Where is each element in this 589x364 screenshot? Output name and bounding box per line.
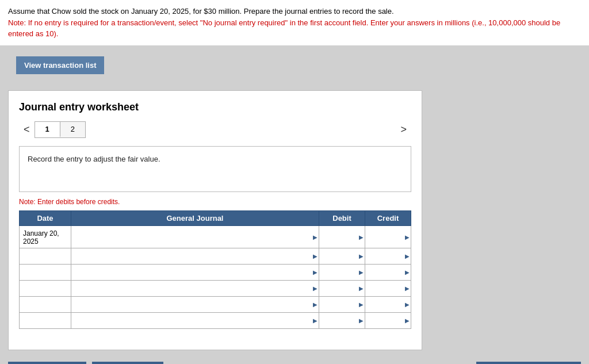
- header-credit: Credit: [365, 210, 411, 225]
- journal-cell-1[interactable]: ▶: [71, 248, 319, 264]
- date-cell-0: January 20, 2025: [20, 225, 71, 248]
- credit-cell-3[interactable]: ▶: [365, 280, 411, 296]
- credit-cell-1[interactable]: ▶: [365, 248, 411, 264]
- date-cell-4: [20, 296, 71, 312]
- date-cell-5: [20, 312, 71, 328]
- journal-input-3[interactable]: [75, 285, 315, 293]
- instructions-main-text: Assume that Chow sold the stock on Janua…: [8, 7, 394, 16]
- journal-cell-2[interactable]: ▶: [71, 264, 319, 280]
- credit-input-0[interactable]: [369, 233, 407, 241]
- view-general-journal-button[interactable]: View general journal: [476, 362, 581, 365]
- credit-input-3[interactable]: [369, 285, 407, 293]
- journal-cell-0[interactable]: ▶: [71, 225, 319, 248]
- journal-cell-4[interactable]: ▶: [71, 296, 319, 312]
- table-header-row: Date General Journal Debit Credit: [20, 210, 411, 225]
- debit-input-3[interactable]: [323, 285, 361, 293]
- debit-input-5[interactable]: [323, 317, 361, 325]
- table-row: ▶▶▶: [20, 296, 411, 312]
- journal-table: Date General Journal Debit Credit Januar…: [19, 210, 411, 329]
- credit-cell-2[interactable]: ▶: [365, 264, 411, 280]
- next-tab-arrow[interactable]: >: [396, 122, 411, 137]
- debit-cell-0[interactable]: ▶: [319, 225, 365, 248]
- journal-input-1[interactable]: [75, 252, 315, 260]
- date-cell-3: [20, 280, 71, 296]
- credit-input-1[interactable]: [369, 252, 407, 260]
- credit-cell-0[interactable]: ▶: [365, 225, 411, 248]
- credit-input-5[interactable]: [369, 317, 407, 325]
- debit-input-2[interactable]: [323, 269, 361, 277]
- bottom-buttons-area: Record entry Clear entry View general jo…: [0, 356, 589, 365]
- journal-input-0[interactable]: [75, 233, 315, 241]
- header-debit: Debit: [319, 210, 365, 225]
- journal-input-4[interactable]: [75, 301, 315, 309]
- debit-cell-5[interactable]: ▶: [319, 312, 365, 328]
- debit-cell-4[interactable]: ▶: [319, 296, 365, 312]
- instructions-area: Assume that Chow sold the stock on Janua…: [0, 0, 589, 46]
- tab-1[interactable]: 1: [35, 122, 60, 137]
- record-entry-button[interactable]: Record entry: [8, 362, 86, 365]
- tab-list: 1 2: [35, 121, 86, 138]
- journal-input-2[interactable]: [75, 269, 315, 277]
- credit-input-4[interactable]: [369, 301, 407, 309]
- date-cell-1: [20, 248, 71, 264]
- tab-navigation: < 1 2 >: [19, 121, 411, 138]
- view-transaction-button[interactable]: View transaction list: [16, 56, 104, 74]
- table-row: ▶▶▶: [20, 312, 411, 328]
- date-cell-2: [20, 264, 71, 280]
- table-row: January 20, 2025▶▶▶: [20, 225, 411, 248]
- entry-description: Record the entry to adjust the fair valu…: [19, 146, 411, 192]
- instructions-note-text: Note: If no entry is required for a tran…: [8, 18, 560, 39]
- journal-input-5[interactable]: [75, 317, 315, 325]
- debit-input-4[interactable]: [323, 301, 361, 309]
- debit-input-0[interactable]: [323, 233, 361, 241]
- clear-entry-button[interactable]: Clear entry: [92, 362, 163, 365]
- debit-input-1[interactable]: [323, 252, 361, 260]
- credit-cell-5[interactable]: ▶: [365, 312, 411, 328]
- debit-cell-1[interactable]: ▶: [319, 248, 365, 264]
- table-row: ▶▶▶: [20, 248, 411, 264]
- journal-cell-5[interactable]: ▶: [71, 312, 319, 328]
- journal-cell-3[interactable]: ▶: [71, 280, 319, 296]
- tab-2[interactable]: 2: [60, 122, 85, 137]
- note-debits: Note: Enter debits before credits.: [19, 198, 411, 206]
- credit-input-2[interactable]: [369, 269, 407, 277]
- debit-cell-2[interactable]: ▶: [319, 264, 365, 280]
- credit-cell-4[interactable]: ▶: [365, 296, 411, 312]
- worksheet-title: Journal entry worksheet: [19, 101, 411, 113]
- worksheet-container: Journal entry worksheet < 1 2 > Record t…: [8, 90, 422, 350]
- prev-tab-arrow[interactable]: <: [19, 122, 35, 137]
- header-date: Date: [20, 210, 71, 225]
- header-general-journal: General Journal: [71, 210, 319, 225]
- table-row: ▶▶▶: [20, 264, 411, 280]
- main-area: Journal entry worksheet < 1 2 > Record t…: [0, 85, 589, 356]
- table-row: ▶▶▶: [20, 280, 411, 296]
- debit-cell-3[interactable]: ▶: [319, 280, 365, 296]
